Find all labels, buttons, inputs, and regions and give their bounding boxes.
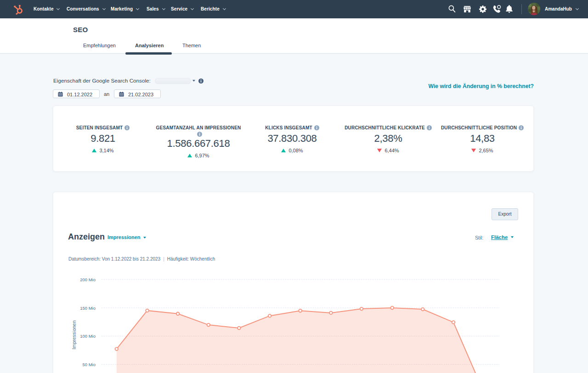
svg-text:100 Mio: 100 Mio bbox=[80, 334, 96, 339]
svg-text:Impressionen: Impressionen bbox=[71, 320, 77, 349]
svg-text:200 Mio: 200 Mio bbox=[80, 277, 96, 282]
svg-text:150 Mio: 150 Mio bbox=[80, 306, 96, 311]
svg-text:50 Mio: 50 Mio bbox=[82, 362, 96, 367]
